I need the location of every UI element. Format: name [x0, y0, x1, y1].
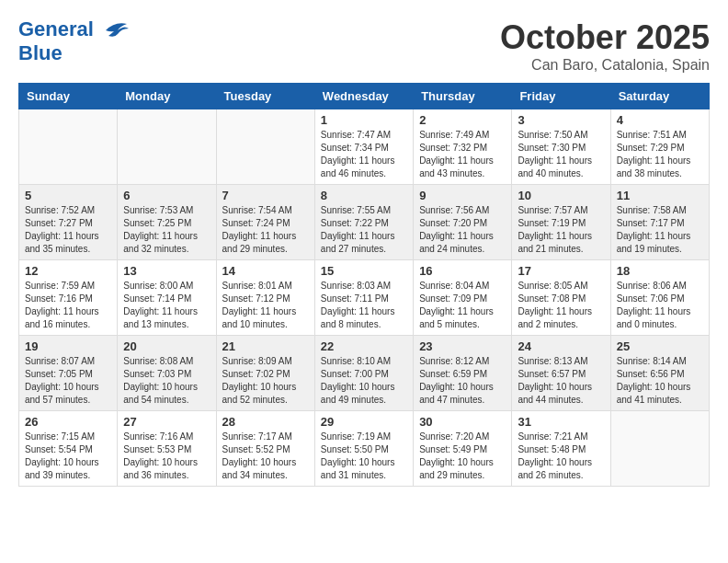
day-cell: 18Sunrise: 8:06 AM Sunset: 7:06 PM Dayli… [610, 260, 709, 336]
week-row-5: 26Sunrise: 7:15 AM Sunset: 5:54 PM Dayli… [19, 411, 710, 487]
week-row-1: 1Sunrise: 7:47 AM Sunset: 7:34 PM Daylig… [19, 109, 710, 185]
day-info: Sunrise: 7:50 AM Sunset: 7:30 PM Dayligh… [518, 129, 604, 180]
day-number: 11 [617, 189, 703, 202]
day-number: 4 [617, 113, 703, 127]
day-info: Sunrise: 7:57 AM Sunset: 7:19 PM Dayligh… [518, 204, 604, 256]
logo: General Blue [18, 18, 129, 64]
week-row-3: 12Sunrise: 7:59 AM Sunset: 7:16 PM Dayli… [19, 260, 710, 336]
day-cell: 21Sunrise: 8:09 AM Sunset: 7:02 PM Dayli… [216, 336, 314, 411]
day-cell: 27Sunrise: 7:16 AM Sunset: 5:53 PM Dayli… [118, 411, 216, 487]
day-info: Sunrise: 8:00 AM Sunset: 7:14 PM Dayligh… [123, 280, 210, 331]
day-info: Sunrise: 8:13 AM Sunset: 6:57 PM Dayligh… [518, 355, 604, 407]
day-number: 22 [321, 339, 407, 353]
location: Can Baro, Catalonia, Spain [500, 57, 710, 74]
day-number: 20 [123, 339, 210, 353]
day-number: 3 [518, 113, 604, 127]
day-number: 30 [419, 415, 506, 429]
day-cell: 8Sunrise: 7:55 AM Sunset: 7:22 PM Daylig… [314, 185, 413, 260]
day-cell: 26Sunrise: 7:15 AM Sunset: 5:54 PM Dayli… [19, 411, 118, 487]
day-info: Sunrise: 7:55 AM Sunset: 7:22 PM Dayligh… [321, 204, 407, 256]
day-info: Sunrise: 8:07 AM Sunset: 7:05 PM Dayligh… [25, 355, 111, 407]
header: General Blue October 2025 Can Baro, Cata… [18, 18, 710, 74]
day-cell: 17Sunrise: 8:05 AM Sunset: 7:08 PM Dayli… [512, 260, 610, 336]
day-cell: 13Sunrise: 8:00 AM Sunset: 7:14 PM Dayli… [118, 260, 216, 336]
day-number: 13 [123, 264, 210, 278]
day-cell: 9Sunrise: 7:56 AM Sunset: 7:20 PM Daylig… [414, 185, 512, 260]
day-info: Sunrise: 7:49 AM Sunset: 7:32 PM Dayligh… [419, 129, 506, 180]
day-cell: 4Sunrise: 7:51 AM Sunset: 7:29 PM Daylig… [610, 109, 709, 185]
title-area: October 2025 Can Baro, Catalonia, Spain [500, 18, 710, 74]
day-cell: 10Sunrise: 7:57 AM Sunset: 7:19 PM Dayli… [512, 185, 610, 260]
day-number: 23 [419, 339, 506, 353]
weekday-header-row: SundayMondayTuesdayWednesdayThursdayFrid… [19, 84, 710, 109]
day-number: 31 [518, 415, 604, 429]
day-number: 8 [321, 189, 407, 202]
day-info: Sunrise: 7:15 AM Sunset: 5:54 PM Dayligh… [25, 431, 111, 482]
day-info: Sunrise: 7:47 AM Sunset: 7:34 PM Dayligh… [321, 129, 407, 180]
day-cell: 14Sunrise: 8:01 AM Sunset: 7:12 PM Dayli… [216, 260, 314, 336]
day-number: 29 [321, 415, 407, 429]
day-cell: 23Sunrise: 8:12 AM Sunset: 6:59 PM Dayli… [414, 336, 512, 411]
day-info: Sunrise: 7:16 AM Sunset: 5:53 PM Dayligh… [123, 431, 210, 482]
day-number: 2 [419, 113, 506, 127]
day-cell: 2Sunrise: 7:49 AM Sunset: 7:32 PM Daylig… [414, 109, 512, 185]
day-number: 15 [321, 264, 407, 278]
logo-bird-icon [101, 19, 129, 42]
day-cell: 19Sunrise: 8:07 AM Sunset: 7:05 PM Dayli… [19, 336, 118, 411]
weekday-header-tuesday: Tuesday [216, 84, 314, 109]
weekday-header-thursday: Thursday [414, 84, 512, 109]
day-info: Sunrise: 7:59 AM Sunset: 7:16 PM Dayligh… [25, 280, 111, 331]
day-cell [216, 109, 314, 185]
day-number: 26 [25, 415, 111, 429]
day-number: 14 [222, 264, 309, 278]
day-cell: 11Sunrise: 7:58 AM Sunset: 7:17 PM Dayli… [610, 185, 709, 260]
day-cell: 22Sunrise: 8:10 AM Sunset: 7:00 PM Dayli… [314, 336, 413, 411]
day-cell: 1Sunrise: 7:47 AM Sunset: 7:34 PM Daylig… [314, 109, 413, 185]
day-number: 19 [25, 339, 111, 353]
day-cell: 5Sunrise: 7:52 AM Sunset: 7:27 PM Daylig… [19, 185, 118, 260]
day-info: Sunrise: 7:19 AM Sunset: 5:50 PM Dayligh… [321, 431, 407, 482]
day-cell [19, 109, 118, 185]
month-title: October 2025 [500, 18, 710, 57]
day-info: Sunrise: 8:06 AM Sunset: 7:06 PM Dayligh… [617, 280, 703, 331]
day-info: Sunrise: 8:12 AM Sunset: 6:59 PM Dayligh… [419, 355, 506, 407]
day-number: 17 [518, 264, 604, 278]
day-cell: 29Sunrise: 7:19 AM Sunset: 5:50 PM Dayli… [314, 411, 413, 487]
day-info: Sunrise: 7:20 AM Sunset: 5:49 PM Dayligh… [419, 431, 506, 482]
day-cell: 12Sunrise: 7:59 AM Sunset: 7:16 PM Dayli… [19, 260, 118, 336]
day-cell: 3Sunrise: 7:50 AM Sunset: 7:30 PM Daylig… [512, 109, 610, 185]
day-cell: 31Sunrise: 7:21 AM Sunset: 5:48 PM Dayli… [512, 411, 610, 487]
day-cell: 6Sunrise: 7:53 AM Sunset: 7:25 PM Daylig… [118, 185, 216, 260]
day-info: Sunrise: 7:21 AM Sunset: 5:48 PM Dayligh… [518, 431, 604, 482]
day-number: 27 [123, 415, 210, 429]
day-number: 9 [419, 189, 506, 202]
day-info: Sunrise: 7:51 AM Sunset: 7:29 PM Dayligh… [617, 129, 703, 180]
day-cell: 15Sunrise: 8:03 AM Sunset: 7:11 PM Dayli… [314, 260, 413, 336]
logo-text-blue: Blue [18, 42, 129, 64]
day-cell: 20Sunrise: 8:08 AM Sunset: 7:03 PM Dayli… [118, 336, 216, 411]
day-info: Sunrise: 8:14 AM Sunset: 6:56 PM Dayligh… [617, 355, 703, 407]
day-number: 5 [25, 189, 111, 202]
day-number: 28 [222, 415, 309, 429]
week-row-4: 19Sunrise: 8:07 AM Sunset: 7:05 PM Dayli… [19, 336, 710, 411]
day-number: 24 [518, 339, 604, 353]
day-cell: 28Sunrise: 7:17 AM Sunset: 5:52 PM Dayli… [216, 411, 314, 487]
day-info: Sunrise: 8:10 AM Sunset: 7:00 PM Dayligh… [321, 355, 407, 407]
weekday-header-saturday: Saturday [610, 84, 709, 109]
day-number: 6 [123, 189, 210, 202]
day-cell: 7Sunrise: 7:54 AM Sunset: 7:24 PM Daylig… [216, 185, 314, 260]
weekday-header-friday: Friday [512, 84, 610, 109]
day-number: 7 [222, 189, 309, 202]
day-cell [118, 109, 216, 185]
day-info: Sunrise: 7:54 AM Sunset: 7:24 PM Dayligh… [222, 204, 309, 256]
day-info: Sunrise: 8:08 AM Sunset: 7:03 PM Dayligh… [123, 355, 210, 407]
day-info: Sunrise: 8:04 AM Sunset: 7:09 PM Dayligh… [419, 280, 506, 331]
weekday-header-monday: Monday [118, 84, 216, 109]
logo-text-general: General [18, 17, 94, 40]
day-info: Sunrise: 8:03 AM Sunset: 7:11 PM Dayligh… [321, 280, 407, 331]
week-row-2: 5Sunrise: 7:52 AM Sunset: 7:27 PM Daylig… [19, 185, 710, 260]
day-cell: 30Sunrise: 7:20 AM Sunset: 5:49 PM Dayli… [414, 411, 512, 487]
day-number: 18 [617, 264, 703, 278]
day-cell: 25Sunrise: 8:14 AM Sunset: 6:56 PM Dayli… [610, 336, 709, 411]
day-number: 16 [419, 264, 506, 278]
